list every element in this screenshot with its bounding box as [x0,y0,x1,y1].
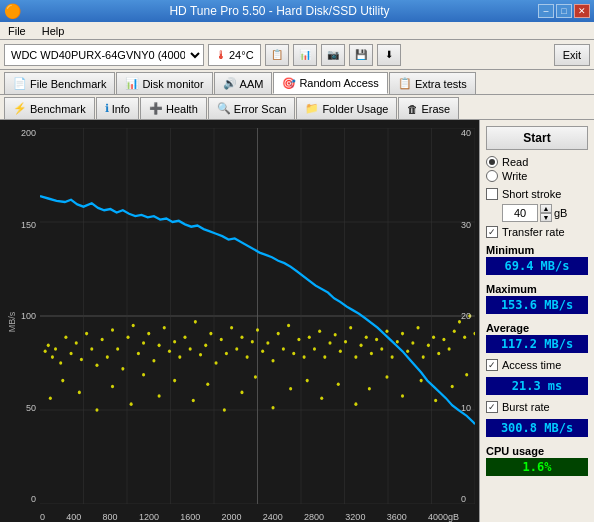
stroke-value-input[interactable] [502,204,538,222]
svg-point-103 [78,391,81,395]
svg-point-112 [223,408,226,412]
minimum-label: Minimum [486,244,588,256]
tabs-row1: 📄 File Benchmark 📊 Disk monitor 🔊 AAM 🎯 … [0,70,594,95]
tab-disk-monitor[interactable]: 📊 Disk monitor [116,72,212,94]
svg-point-70 [318,330,321,334]
start-button[interactable]: Start [486,126,588,150]
burst-rate-item[interactable]: ✓ Burst rate [486,401,588,413]
write-radio[interactable] [486,170,498,182]
y-right-20: 20 [461,311,471,321]
svg-point-94 [442,338,445,342]
svg-point-53 [230,326,233,330]
menu-file[interactable]: File [4,24,30,38]
svg-point-47 [199,353,202,357]
burst-rate-checkbox[interactable]: ✓ [486,401,498,413]
svg-point-90 [422,355,425,359]
svg-point-75 [344,340,347,344]
toolbar-btn-5[interactable]: ⬇ [377,44,401,66]
y-right-10: 10 [461,403,471,413]
tab-erase[interactable]: 🗑 Erase [398,97,459,119]
cpu-usage-label: CPU usage [486,445,588,457]
svg-point-83 [385,330,388,334]
toolbar-btn-2[interactable]: 📊 [293,44,317,66]
svg-point-36 [142,341,145,345]
chart-area: 200 150 100 50 0 MB/s [0,120,479,522]
tab-file-benchmark[interactable]: 📄 File Benchmark [4,72,115,94]
tab-error-scan[interactable]: 🔍 Error Scan [208,97,296,119]
burst-rate-value: 300.8 MB/s [486,419,588,437]
short-stroke-checkbox[interactable] [486,188,498,200]
svg-point-66 [297,338,300,342]
svg-point-91 [427,344,430,348]
svg-point-104 [95,408,98,412]
access-time-item[interactable]: ✓ Access time [486,359,588,371]
svg-point-124 [420,379,423,383]
svg-point-118 [320,396,323,400]
file-icon: 📄 [13,77,27,90]
transfer-rate-checkbox[interactable]: ✓ [486,226,498,238]
transfer-rate-item[interactable]: ✓ Transfer rate [486,226,588,238]
read-radio[interactable] [486,156,498,168]
toolbar-btn-1[interactable]: 📋 [265,44,289,66]
svg-point-54 [235,347,238,351]
svg-point-122 [385,375,388,379]
temperature-display: 🌡 24°C [208,44,261,66]
svg-point-17 [47,344,50,348]
stroke-up[interactable]: ▲ [540,204,552,213]
svg-point-29 [106,355,109,359]
drive-selector[interactable]: WDC WD40PURX-64GVNY0 (4000 gB) [4,44,204,66]
maximize-button[interactable]: □ [556,4,572,18]
svg-point-108 [158,394,161,398]
tab-extra-tests[interactable]: 📋 Extra tests [389,72,476,94]
svg-point-27 [95,364,98,368]
menu-help[interactable]: Help [38,24,69,38]
tab-benchmark[interactable]: ⚡ Benchmark [4,97,95,119]
svg-point-61 [271,359,274,363]
exit-button[interactable]: Exit [554,44,590,66]
health-icon: ➕ [149,102,163,115]
tab-folder-usage[interactable]: 📁 Folder Usage [296,97,397,119]
x-800: 800 [103,512,118,522]
svg-point-41 [168,349,171,353]
tab-health[interactable]: ➕ Health [140,97,207,119]
svg-point-24 [80,358,83,362]
access-time-section: 21.3 ms [486,377,588,397]
toolbar-btn-3[interactable]: 📷 [321,44,345,66]
average-value: 117.2 MB/s [486,335,588,353]
cpu-usage-section: CPU usage 1.6% [486,445,588,478]
svg-point-86 [401,332,404,336]
stroke-down[interactable]: ▼ [540,213,552,222]
svg-point-92 [432,335,435,339]
svg-point-18 [51,355,54,359]
tab-random-access[interactable]: 🎯 Random Access [273,72,387,94]
close-button[interactable]: ✕ [574,4,590,18]
svg-point-58 [256,328,259,332]
maximum-section: Maximum 153.6 MB/s [486,283,588,316]
svg-point-48 [204,344,207,348]
folder-icon: 📁 [305,102,319,115]
svg-point-126 [451,385,454,389]
svg-point-85 [396,340,399,344]
tab-aam[interactable]: 🔊 AAM [214,72,273,94]
tab-info[interactable]: ℹ Info [96,97,139,119]
y-left-200: 200 [21,128,36,138]
read-option[interactable]: Read [486,156,588,168]
svg-point-107 [142,373,145,377]
write-option[interactable]: Write [486,170,588,182]
toolbar-btn-4[interactable]: 💾 [349,44,373,66]
svg-point-80 [370,352,373,356]
svg-point-123 [401,394,404,398]
svg-point-42 [173,340,176,344]
minimize-button[interactable]: – [538,4,554,18]
access-time-checkbox[interactable]: ✓ [486,359,498,371]
x-1200: 1200 [139,512,159,522]
y-left-0: 0 [31,494,36,504]
svg-point-106 [130,402,133,406]
svg-point-19 [54,347,57,351]
svg-point-117 [306,379,309,383]
access-time-value: 21.3 ms [486,377,588,395]
short-stroke-item[interactable]: Short stroke [486,188,588,200]
svg-point-32 [121,367,124,371]
svg-point-116 [289,387,292,391]
svg-point-113 [240,391,243,395]
